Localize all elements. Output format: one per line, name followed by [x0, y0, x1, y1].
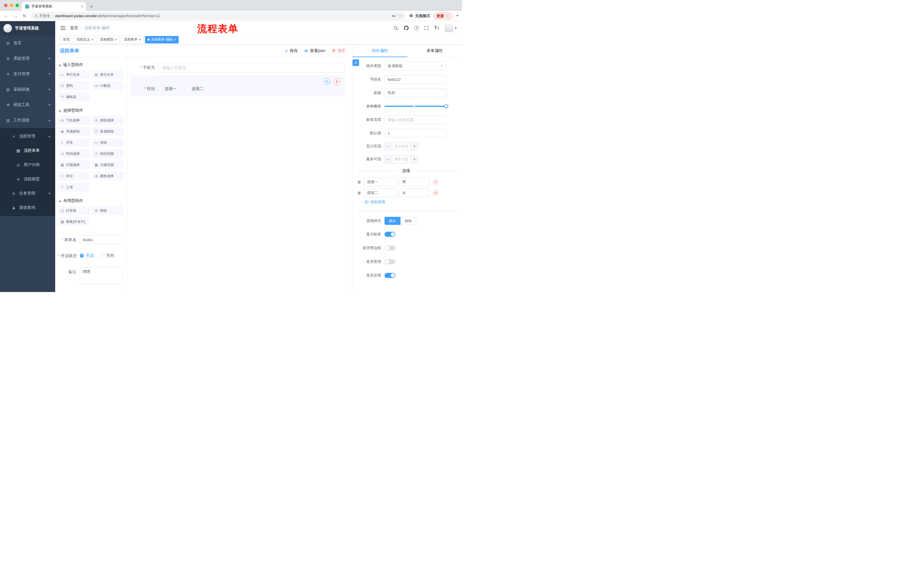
add-option-button[interactable]: 添加选项	[365, 199, 456, 204]
search-icon[interactable]	[393, 26, 398, 31]
max-stepper-value[interactable]: 最多可选	[392, 155, 411, 163]
sidebar-item-process-management[interactable]: ≡ 流程管理	[0, 129, 55, 143]
forward-button[interactable]: →	[13, 13, 18, 18]
palette-item-editor[interactable]: ✎编辑器	[58, 92, 90, 101]
palette-item-slider[interactable]: ⊷滑块	[92, 138, 124, 147]
sidebar-item-system[interactable]: ⚙ 系统管理	[0, 51, 55, 66]
view-json-button[interactable]: 查看json	[304, 48, 325, 53]
tag-process-definition[interactable]: 流程定义 ×	[74, 36, 96, 43]
sidebar-item-infrastructure[interactable]: ▤ 基础设施	[0, 82, 55, 97]
font-size-icon[interactable]: TT	[434, 26, 439, 30]
grid-slider[interactable]	[384, 102, 446, 110]
clear-button[interactable]: 清空	[332, 48, 345, 53]
option-label-input[interactable]	[364, 189, 397, 197]
palette-item-time-picker[interactable]: ◷时间选择	[58, 150, 90, 158]
sidebar-item-process-form[interactable]: ▤ 流程表单	[0, 143, 55, 158]
min-stepper-value[interactable]: 至少应选	[392, 143, 411, 150]
phone-input[interactable]	[158, 63, 345, 72]
increase-button[interactable]: +	[411, 155, 418, 163]
option-value-input[interactable]	[399, 178, 429, 186]
tag-process-form-edit[interactable]: 流程表单-编辑 ×	[145, 36, 179, 43]
palette-item-password[interactable]: ⊡密码	[58, 81, 90, 90]
chevron-down-icon[interactable]	[456, 15, 459, 16]
field-name-input[interactable]	[384, 75, 446, 84]
palette-item-date-picker[interactable]: ▦日期选择	[58, 161, 90, 169]
tag-process-model[interactable]: 流程模型 ×	[97, 36, 120, 43]
palette-item-upload[interactable]: ⇪上传	[58, 183, 90, 191]
style-button-button[interactable]: 按钮	[401, 217, 416, 225]
reload-button[interactable]: ↻	[22, 13, 28, 18]
url-bar[interactable]: ⚠ 不安全 dashboard.yudao.iocoder.cn/bpm/man…	[31, 12, 405, 20]
form-canvas[interactable]: 手机号	[127, 57, 352, 292]
palette-item-radio-group[interactable]: ◉单选框组	[58, 127, 90, 136]
github-icon[interactable]	[404, 25, 409, 31]
palette-item-counter[interactable]: 123计数器	[92, 81, 124, 90]
checkbox-option-2[interactable]: 选项二	[185, 86, 203, 91]
delete-widget-button[interactable]	[333, 78, 340, 85]
palette-item-row-container[interactable]: ◫行容器	[58, 206, 90, 215]
drag-handle-icon[interactable]	[357, 180, 361, 184]
copy-widget-button[interactable]	[323, 78, 330, 85]
sidebar-item-task-management[interactable]: ⋔ 任务管理	[0, 186, 55, 201]
tab-close-icon[interactable]: ×	[81, 5, 83, 8]
security-indicator[interactable]: ⚠ 不安全	[34, 13, 50, 18]
sidebar-item-home[interactable]: ⊞ 首页	[0, 35, 55, 51]
required-toggle[interactable]	[384, 273, 395, 278]
title-input[interactable]	[384, 89, 446, 97]
slider-handle[interactable]	[444, 104, 448, 108]
palette-item-switch[interactable]: ◐开关	[58, 138, 90, 147]
disabled-toggle[interactable]	[384, 259, 395, 264]
drag-handle-icon[interactable]	[357, 191, 361, 195]
palette-item-time-range[interactable]: ◴时间范围	[92, 150, 124, 158]
sidebar-item-devtools[interactable]: ⚒ 研发工具	[0, 97, 55, 113]
back-button[interactable]: ←	[3, 13, 9, 18]
window-close-button[interactable]	[4, 4, 7, 7]
style-default-button[interactable]: 默认	[384, 217, 401, 225]
save-button[interactable]: ✓ 保存	[285, 48, 298, 53]
remove-option-icon[interactable]	[433, 180, 438, 184]
checkbox-option-1[interactable]: 选项一	[158, 86, 177, 91]
tab-form-props[interactable]: 表单属性	[408, 44, 462, 57]
new-tab-button[interactable]: +	[88, 3, 95, 11]
sidebar-item-user-groups[interactable]: ◎ 用户分组	[0, 158, 55, 172]
close-icon[interactable]: ×	[139, 38, 141, 41]
sidebar-item-workflow[interactable]: ▥ 工作流程	[0, 113, 55, 128]
phone-field[interactable]: 手机号	[131, 63, 345, 72]
password-key-icon[interactable]	[392, 14, 396, 18]
tag-process-form[interactable]: 流程表单 ×	[121, 36, 144, 43]
sidebar-item-process-model[interactable]: ➤ 流程模型	[0, 172, 55, 186]
tab-component-props[interactable]: 组件属性	[353, 44, 408, 57]
palette-item-single-text[interactable]: ▭单行文本	[58, 70, 90, 79]
decrease-button[interactable]: −	[385, 143, 392, 150]
palette-item-checkbox-group[interactable]: ☑多选框组	[92, 127, 124, 136]
link-icon[interactable]	[353, 59, 359, 66]
palette-item-table[interactable]: ▦表格[开发中]	[58, 217, 90, 226]
close-icon[interactable]: ×	[115, 38, 117, 41]
window-minimize-button[interactable]	[10, 4, 13, 7]
user-avatar[interactable]	[445, 24, 457, 32]
sidebar-logo[interactable]: 芋道管理系统	[0, 21, 55, 35]
palette-item-cascader[interactable]: ⋔级联选择	[92, 116, 124, 125]
sidebar-item-payment[interactable]: ¥ 支付管理	[0, 66, 55, 82]
default-value-input[interactable]	[384, 129, 446, 137]
palette-item-select[interactable]: ◎下拉选择	[58, 116, 90, 125]
palette-item-color-picker[interactable]: ◍颜色选择	[92, 172, 124, 180]
fullscreen-icon[interactable]	[424, 26, 429, 30]
help-icon[interactable]: ?	[414, 26, 419, 30]
show-label-toggle[interactable]	[384, 232, 395, 237]
browser-update-button[interactable]: 更新 ⋮	[433, 12, 453, 20]
browser-menu-icon[interactable]: ⋮	[446, 14, 450, 18]
border-toggle[interactable]	[384, 245, 395, 250]
tag-home[interactable]: 首页	[60, 36, 72, 43]
browser-tab[interactable]: 芋道管理系统 ×	[22, 2, 86, 11]
palette-item-button[interactable]: ⊞按钮	[92, 206, 124, 215]
close-icon[interactable]: ×	[91, 38, 94, 41]
option-label-input[interactable]	[364, 178, 397, 186]
form-name-input[interactable]	[80, 235, 123, 244]
palette-item-multi-text[interactable]: ▤多行文本	[92, 70, 124, 79]
close-icon[interactable]: ×	[174, 38, 176, 41]
decrease-button[interactable]: −	[385, 155, 392, 163]
breadcrumb-home[interactable]: 首页	[70, 25, 78, 31]
radio-closed[interactable]: 关闭	[100, 253, 114, 258]
radio-open[interactable]: 开启	[80, 253, 94, 258]
